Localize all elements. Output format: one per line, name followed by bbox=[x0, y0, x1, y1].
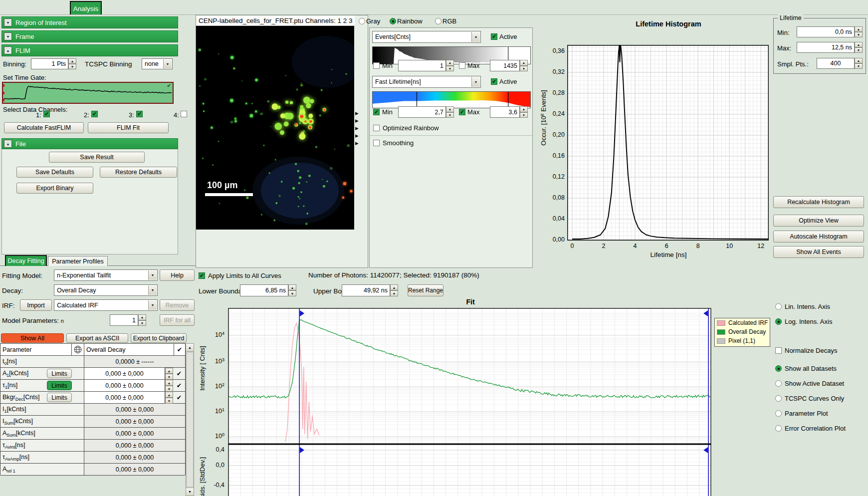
spin-down-icon[interactable]: ▼ bbox=[390, 290, 398, 296]
chevron-down-icon[interactable]: ▼ bbox=[471, 77, 480, 87]
channel-checkbox-4[interactable] bbox=[181, 111, 187, 117]
lifetime-min-stepper2[interactable]: ▲▼ bbox=[855, 26, 863, 37]
section-file[interactable]: ▲File bbox=[1, 138, 178, 149]
spin-down-icon[interactable]: ▼ bbox=[446, 66, 454, 72]
n-stepper[interactable]: ▲▼ bbox=[138, 314, 146, 326]
intensity-min-stepper[interactable]: ▲▼ bbox=[446, 60, 454, 71]
limits-button[interactable]: Limits bbox=[47, 393, 72, 402]
radio-log-intens-axis[interactable] bbox=[775, 318, 782, 325]
tab-analysis[interactable]: Analysis bbox=[70, 1, 102, 15]
sample-points-stepper[interactable]: ▲▼ bbox=[855, 58, 863, 69]
param-fit-check[interactable]: ✔ bbox=[173, 380, 185, 392]
spin-up-icon[interactable]: ▲ bbox=[520, 60, 528, 66]
time-gate-curve[interactable] bbox=[3, 83, 173, 103]
splitter-arrow-icon[interactable]: ▶ bbox=[355, 118, 359, 123]
lifetime-min-field[interactable]: 2,7 bbox=[398, 106, 446, 118]
spin-up-icon[interactable]: ▲ bbox=[165, 368, 173, 374]
lifetime-colorbar[interactable] bbox=[372, 91, 531, 108]
spin-up-icon[interactable]: ▲ bbox=[446, 60, 454, 66]
param-fit-check[interactable]: ✔ bbox=[173, 368, 185, 380]
radio-error-correlation-plot[interactable] bbox=[775, 425, 782, 432]
radio-parameter-plot[interactable] bbox=[775, 410, 782, 417]
collapse-down-icon[interactable]: ▼ bbox=[4, 32, 12, 40]
checkmark-icon[interactable]: ✔ bbox=[177, 346, 182, 353]
lifetime-active-checkbox[interactable]: ✔ bbox=[491, 78, 497, 85]
param-value-stepper[interactable]: ▲▼ bbox=[165, 368, 173, 380]
lower-boundary-field[interactable]: 6,85 ns bbox=[240, 284, 288, 296]
param-value-field[interactable]: 0,000 ± 0,000 bbox=[84, 380, 165, 392]
spin-up-icon[interactable]: ▲ bbox=[520, 106, 528, 112]
intensity-min-field[interactable]: 1 bbox=[398, 60, 446, 71]
spin-down-icon[interactable]: ▼ bbox=[165, 398, 173, 404]
param-value-stepper[interactable]: ▲▼ bbox=[165, 392, 173, 404]
spin-down-icon[interactable]: ▼ bbox=[138, 320, 146, 326]
calculate-fastflim-button[interactable]: Calculate FastFLIM bbox=[4, 122, 84, 133]
upper-boundary-field[interactable]: 49,92 ns bbox=[342, 284, 390, 296]
restore-defaults-button[interactable]: Restore Defaults bbox=[100, 167, 177, 178]
lifetime-max-field[interactable]: 3,6 bbox=[490, 106, 520, 118]
smoothing-checkbox[interactable] bbox=[373, 140, 380, 146]
splitter-arrow-icon[interactable]: ▶ bbox=[355, 126, 359, 131]
spin-up-icon[interactable]: ▲ bbox=[165, 380, 173, 386]
lifetime-min-checkbox[interactable]: ✔ bbox=[373, 109, 380, 115]
binning-field[interactable]: 1 Pts bbox=[31, 58, 68, 69]
param-value-stepper[interactable]: ▲▼ bbox=[165, 380, 173, 392]
spin-up-icon[interactable]: ▲ bbox=[390, 284, 398, 290]
microscopy-image[interactable] bbox=[196, 26, 354, 230]
spin-down-icon[interactable]: ▼ bbox=[855, 32, 863, 37]
param-value-field[interactable]: 0,000 ± 0,000 bbox=[84, 392, 165, 404]
lifetime-histogram-plot[interactable] bbox=[567, 45, 769, 241]
flim-fit-button[interactable]: FLIM Fit bbox=[88, 122, 169, 133]
irf-for-all-button[interactable]: IRF for all bbox=[160, 314, 195, 326]
hist-button-3[interactable]: Show All Events bbox=[773, 246, 864, 258]
channel-checkbox-3[interactable]: ✔ bbox=[136, 111, 143, 117]
spin-down-icon[interactable]: ▼ bbox=[68, 64, 76, 69]
spin-down-icon[interactable]: ▼ bbox=[520, 112, 528, 118]
globe-icon[interactable] bbox=[74, 345, 82, 354]
collapse-up-icon[interactable]: ▲ bbox=[4, 46, 12, 54]
lower-boundary-stepper[interactable]: ▲▼ bbox=[288, 284, 296, 296]
tab-decay-fitting[interactable]: Decay Fitting bbox=[5, 255, 47, 266]
reset-range-button[interactable]: Reset Range bbox=[408, 284, 443, 296]
lifetime-min-field2[interactable]: 0,0 ns bbox=[797, 26, 855, 37]
intensity-min-checkbox[interactable] bbox=[373, 62, 380, 69]
section-flim[interactable]: ▲FLIM bbox=[1, 44, 178, 56]
spin-down-icon[interactable]: ▼ bbox=[855, 47, 863, 53]
lifetime-max-stepper[interactable]: ▲▼ bbox=[520, 106, 528, 118]
spin-up-icon[interactable]: ▲ bbox=[855, 26, 863, 32]
param-fit-check[interactable]: ✔ bbox=[173, 392, 185, 404]
save-result-button[interactable]: Save Result bbox=[49, 152, 145, 163]
lifetime-max-stepper2[interactable]: ▲▼ bbox=[855, 42, 863, 53]
radio-show-active-dataset[interactable] bbox=[775, 380, 782, 387]
channel-checkbox-1[interactable]: ✔ bbox=[43, 111, 50, 117]
show-all-button[interactable]: Show All bbox=[1, 333, 64, 343]
n-field[interactable]: 1 bbox=[110, 314, 138, 326]
chevron-down-icon[interactable]: ▼ bbox=[163, 59, 172, 68]
lifetime-min-stepper[interactable]: ▲▼ bbox=[446, 106, 454, 118]
spin-down-icon[interactable]: ▼ bbox=[288, 290, 296, 296]
decay-dropdown[interactable]: Overall Decay▼ bbox=[54, 284, 158, 296]
normalize-decays-checkbox[interactable] bbox=[775, 347, 782, 354]
section-frame[interactable]: ▼Frame bbox=[1, 30, 178, 42]
scroll-down-icon[interactable]: ▼ bbox=[186, 488, 194, 496]
binning-stepper[interactable]: ▲▼ bbox=[68, 58, 76, 69]
help-button[interactable]: Help bbox=[160, 269, 195, 281]
sample-points-field[interactable]: 400 bbox=[817, 58, 855, 69]
section-region-of-interest[interactable]: ▼Region of Interest bbox=[1, 16, 178, 28]
export-ascii-button[interactable]: Export as ASCII bbox=[66, 333, 128, 343]
fit-plot[interactable] bbox=[227, 307, 714, 496]
remove-irf-button[interactable]: Remove bbox=[160, 299, 195, 311]
save-defaults-button[interactable]: Save Defaults bbox=[16, 167, 93, 178]
intensity-active-checkbox[interactable]: ✔ bbox=[491, 33, 497, 40]
time-gate-chart[interactable]: ✔ bbox=[2, 82, 174, 104]
spin-up-icon[interactable]: ▲ bbox=[288, 284, 296, 290]
splitter-arrow-icon[interactable]: ▶ bbox=[355, 133, 359, 138]
spin-up-icon[interactable]: ▲ bbox=[165, 392, 173, 398]
fitting-model-dropdown[interactable]: n-Exponential Tailfit▼ bbox=[54, 269, 158, 281]
scrollbar-thumb[interactable] bbox=[186, 352, 194, 487]
collapse-up-icon[interactable]: ▲ bbox=[4, 140, 12, 148]
intensity-max-field[interactable]: 1435 bbox=[490, 60, 520, 71]
param-value-field[interactable]: 0,000 ± 0,000 bbox=[84, 368, 165, 380]
radio-lin-intens-axis[interactable] bbox=[775, 303, 782, 310]
tcspc-binning-dropdown[interactable]: none▼ bbox=[142, 58, 173, 69]
